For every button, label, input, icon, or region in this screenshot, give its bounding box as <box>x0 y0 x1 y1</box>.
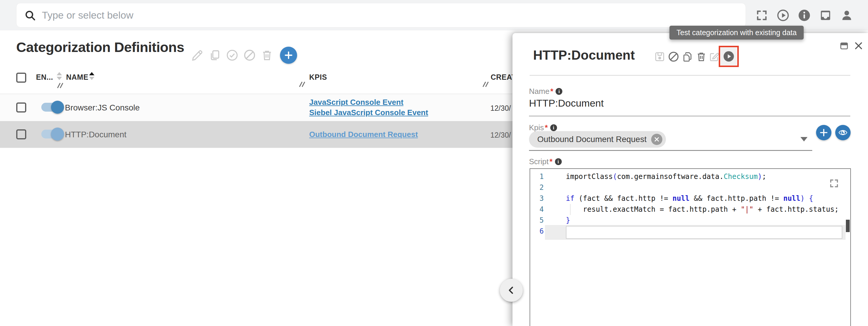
line-number: 1 <box>530 171 544 182</box>
name-input[interactable]: HTTP:Document <box>529 97 603 109</box>
editor-scrollbar-thumb[interactable] <box>846 220 850 232</box>
add-kpi-button[interactable] <box>816 125 831 140</box>
name-field-label: Name* i <box>529 87 562 96</box>
search-icon <box>24 9 36 21</box>
fullscreen-icon[interactable] <box>755 9 768 22</box>
line-number: 2 <box>530 182 544 193</box>
kpi-link[interactable]: JavaScript Console Event <box>309 97 428 108</box>
panel-divider <box>530 75 850 76</box>
list-toolbar <box>191 47 297 64</box>
script-field-label: Script* i <box>529 157 562 166</box>
created-date: 12/30/ <box>490 131 511 139</box>
add-button[interactable] <box>280 47 297 64</box>
search-input[interactable] <box>42 9 691 21</box>
chip-remove-icon[interactable] <box>651 134 662 145</box>
save-icon[interactable] <box>654 51 665 62</box>
kpi-link[interactable]: Outbound Document Request <box>309 129 418 140</box>
chevron-left-icon <box>507 286 516 295</box>
sort-control-enabled[interactable] <box>57 72 62 80</box>
play-icon <box>723 51 735 62</box>
collapse-panel-button[interactable] <box>500 279 523 302</box>
info-icon[interactable]: i <box>555 158 562 165</box>
code-line: } <box>566 215 570 226</box>
info-icon[interactable]: i <box>556 88 562 95</box>
kpi-link[interactable]: Siebel JavaScript Console Event <box>309 108 428 118</box>
duplicate-icon[interactable] <box>209 49 221 61</box>
line-number: 3 <box>530 193 544 204</box>
created-date: 12/30/ <box>490 104 511 113</box>
edit-icon[interactable] <box>708 51 720 62</box>
detail-panel: HTTP:Document Name* i HTTP:Document Kpis… <box>513 33 868 326</box>
column-resize-handle[interactable] <box>57 83 64 89</box>
kpis-dropdown-caret[interactable] <box>800 137 808 142</box>
script-code-editor[interactable]: 1 2 3 4 5 6 importClass(com.germainsoftw… <box>530 168 851 326</box>
active-line-box <box>566 226 842 239</box>
code-line: result.exactMatch = fact.http.path + "|"… <box>566 204 839 215</box>
test-highlight-box <box>719 46 739 67</box>
row-name: Browser:JS Console <box>65 103 140 113</box>
name-input-underline <box>529 116 850 116</box>
editor-fullscreen-icon[interactable] <box>829 178 839 188</box>
line-number-active: 6 <box>530 226 544 237</box>
profile-icon[interactable] <box>840 9 853 22</box>
select-all-checkbox[interactable] <box>16 72 26 83</box>
kpi-chip: Outbound Document Request <box>529 131 666 148</box>
kpi-chip-label: Outbound Document Request <box>537 135 646 144</box>
column-header-name[interactable]: NAME <box>66 73 89 82</box>
toggle-knob <box>51 127 64 141</box>
row-checkbox[interactable] <box>16 129 26 139</box>
sort-control-name[interactable] <box>89 72 94 80</box>
close-icon[interactable] <box>854 41 863 50</box>
column-resize-handle[interactable] <box>483 82 489 87</box>
global-search[interactable] <box>16 3 746 27</box>
info-icon[interactable]: i <box>550 124 557 131</box>
code-line: importClass(com.germainsoftware.data.Che… <box>566 171 766 182</box>
disable-icon[interactable] <box>668 51 679 62</box>
line-number: 5 <box>530 215 544 226</box>
tooltip: Test categorization with existing data <box>670 26 804 39</box>
duplicate-icon[interactable] <box>682 51 693 62</box>
toggle-knob <box>51 101 64 114</box>
delete-icon[interactable] <box>261 49 273 61</box>
column-header-enabled[interactable]: EN... <box>36 73 53 82</box>
panel-title: HTTP:Document <box>533 48 635 63</box>
row-checkbox[interactable] <box>16 102 26 113</box>
edit-icon[interactable] <box>191 49 204 61</box>
enabled-toggle[interactable] <box>41 130 62 139</box>
column-resize-handle[interactable] <box>299 82 306 87</box>
kpis-input-underline <box>529 150 812 151</box>
expand-panel-icon[interactable] <box>839 42 849 50</box>
enabled-toggle[interactable] <box>41 103 62 112</box>
disable-icon[interactable] <box>243 49 256 61</box>
line-number: 4 <box>530 204 544 215</box>
inbox-icon[interactable] <box>819 9 832 22</box>
delete-icon[interactable] <box>696 51 707 62</box>
code-line: if (fact && fact.http != null && fact.ht… <box>566 193 813 204</box>
view-kpi-button[interactable] <box>835 125 850 140</box>
column-header-kpis[interactable]: KPIS <box>309 73 327 82</box>
row-name: HTTP:Document <box>65 130 127 139</box>
page-title: Categorization Definitions <box>16 39 184 55</box>
run-icon[interactable] <box>777 9 789 22</box>
test-categorization-button[interactable] <box>720 48 737 65</box>
info-icon[interactable] <box>798 9 811 22</box>
app-window: Categorization Definitions EN... NAME KP… <box>0 0 868 326</box>
enable-icon[interactable] <box>226 49 238 61</box>
